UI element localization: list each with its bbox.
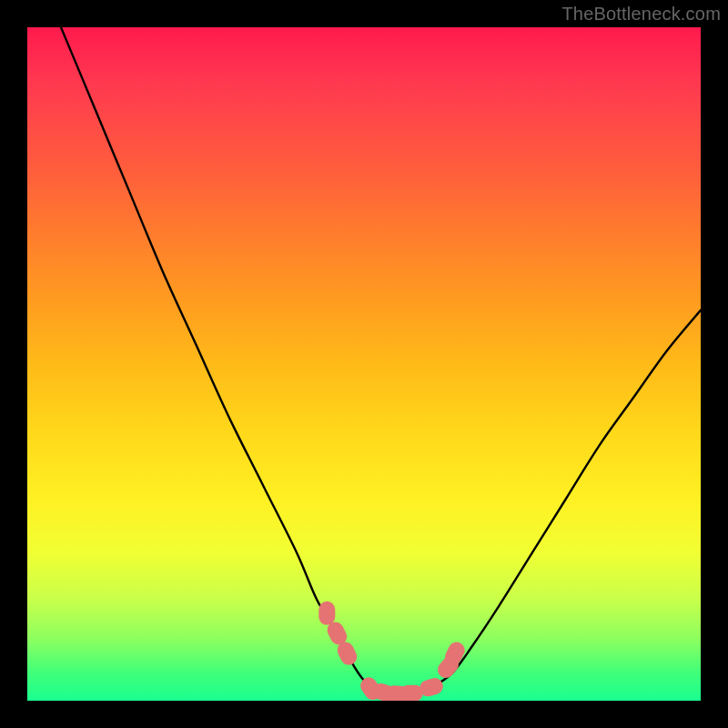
highlight-markers (318, 602, 467, 701)
bottleneck-curve (61, 27, 701, 694)
chart-stage: TheBottleneck.com (0, 0, 728, 728)
chart-svg (27, 27, 701, 701)
attribution-text: TheBottleneck.com (561, 4, 721, 25)
highlight-marker (318, 602, 335, 625)
plot-area (27, 27, 701, 701)
highlight-marker (399, 684, 423, 701)
